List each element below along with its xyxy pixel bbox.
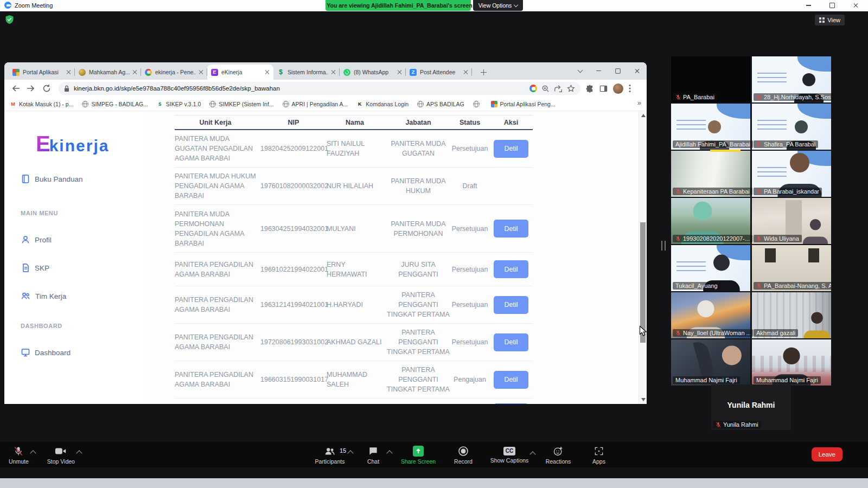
tab-close-icon[interactable] — [133, 70, 137, 74]
browser-close-button[interactable] — [635, 68, 640, 74]
apps-button[interactable]: Apps — [583, 445, 615, 465]
browser-menu-icon[interactable] — [629, 84, 631, 93]
chevron-up-icon[interactable] — [30, 450, 36, 456]
detil-button[interactable]: Detil — [494, 296, 528, 314]
browser-tab[interactable]: (8) WhatsApp — [340, 65, 406, 80]
tab-close-icon[interactable] — [398, 70, 402, 74]
chevron-up-icon[interactable] — [347, 450, 353, 456]
new-tab-button[interactable] — [476, 65, 490, 79]
show-captions-button[interactable]: CC Show Captions — [485, 446, 534, 464]
record-button[interactable]: Record — [446, 445, 481, 465]
detil-button[interactable]: Detil — [494, 220, 528, 237]
participant-tile[interactable]: PA_Barabai — [671, 56, 750, 102]
tab-close-icon[interactable] — [464, 70, 468, 74]
forward-button[interactable] — [27, 84, 36, 93]
page-scrollbar[interactable] — [639, 111, 647, 404]
bookmark-item[interactable]: SIMPEG - BADILAG... — [82, 101, 148, 107]
browser-tab[interactable]: E eKinerja — [207, 65, 273, 80]
reactions-button[interactable]: Reactions — [538, 445, 578, 465]
address-bar[interactable]: kinerja.bkn.go.id/skp/e5e978aa788c40ef95… — [59, 82, 580, 95]
bookmark-item[interactable]: SIMKEP (Sistem Inf... — [209, 101, 273, 107]
tab-close-icon[interactable] — [67, 70, 71, 74]
bookmark-item[interactable]: $ SIKEP v.3.1.0 — [157, 101, 201, 107]
browser-minimize-button[interactable] — [596, 70, 601, 71]
leave-button[interactable]: Leave — [812, 447, 843, 461]
unmute-button[interactable]: Unmute — [3, 445, 34, 465]
browser-tab[interactable]: Z Post Attendee — [406, 65, 472, 80]
participant-tile[interactable]: Yunila Rahmi Yunila Rahmi — [711, 384, 791, 430]
share-screen-button[interactable]: Share Screen — [395, 445, 442, 465]
muted-mic-icon — [756, 94, 762, 100]
participant-tile[interactable]: PA_Barabai-Nanang, S. Ag — [752, 245, 831, 291]
bookmark-item[interactable] — [473, 101, 482, 107]
browser-restore-button[interactable] — [615, 68, 621, 74]
scroll-up-icon[interactable] — [641, 114, 646, 117]
extensions-icon[interactable] — [586, 85, 594, 93]
participant-name: Kepaniteraan PA Barabai — [683, 188, 750, 195]
security-shield-icon[interactable] — [5, 15, 14, 24]
table-row: PANITERA PENGADILAN AGAMA BARABAI Detil — [175, 399, 533, 404]
bookmark-label: APS BADILAG — [426, 101, 464, 107]
zoom-page-icon[interactable] — [541, 85, 550, 93]
sidebar-item-skp[interactable]: SKP — [21, 263, 49, 273]
chevron-up-icon[interactable] — [386, 450, 392, 456]
share-page-icon[interactable] — [554, 85, 563, 93]
detil-button[interactable]: Detil — [494, 260, 528, 278]
sidebar-item-buku-panduan[interactable]: Buku Panduan — [21, 174, 83, 184]
stop-video-button[interactable]: Stop Video — [42, 445, 80, 465]
participant-tile[interactable]: Muhammad Najmi Fajri — [671, 339, 750, 386]
chevron-up-icon[interactable] — [76, 450, 82, 456]
bookmark-item[interactable]: APRI | Pengadilan A... — [283, 101, 348, 107]
participant-tile[interactable]: Kepaniteraan PA Barabai — [671, 151, 750, 197]
detil-button[interactable]: Detil — [494, 140, 528, 158]
participant-tile[interactable]: Wida Uliyana — [752, 198, 831, 244]
google-account-icon[interactable] — [529, 85, 537, 92]
browser-tab[interactable]: ekinerja - Pene... — [141, 65, 207, 80]
view-options-button[interactable]: View Options — [473, 0, 523, 11]
bookmark-item[interactable]: M Kotak Masuk (1) - p... — [10, 101, 73, 107]
browser-tab[interactable]: $ Sistem Informa... — [273, 65, 340, 80]
scroll-down-icon[interactable] — [641, 398, 646, 401]
tab-close-icon[interactable] — [331, 70, 336, 74]
tab-search-chevron-icon[interactable] — [578, 68, 583, 73]
participant-tile[interactable]: Nay_Iloel (UltraWoman ... — [671, 292, 750, 338]
chevron-up-icon[interactable] — [529, 451, 535, 457]
browser-tab[interactable]: Portal Aplikasi — [9, 65, 75, 80]
side-panel-icon[interactable] — [599, 85, 608, 93]
sidebar-item-tim-kerja[interactable]: Tim Kerja — [21, 291, 66, 301]
bookmark-item[interactable]: K Komdanas Login — [356, 101, 409, 107]
chat-button[interactable]: Chat — [356, 445, 391, 465]
participant-tile[interactable]: PA Barabai_iskandar — [752, 151, 831, 197]
view-layout-button[interactable]: View — [815, 15, 845, 25]
participant-name: Shafira_PA Barabai — [764, 141, 815, 147]
bookmarks-overflow-icon[interactable]: » — [637, 99, 641, 107]
participant-tile[interactable]: Tukacil_Ayuang — [671, 245, 750, 291]
scrollbar-thumb[interactable] — [640, 222, 646, 343]
participants-button[interactable]: Participants 15 — [308, 445, 352, 465]
participant-tile[interactable]: 199302082020122007-... — [671, 198, 750, 244]
bookmark-star-icon[interactable] — [567, 85, 575, 93]
participant-tile[interactable]: 28_Hj.Norhidayah, S.Sos — [752, 56, 831, 102]
participant-tile[interactable]: Shafira_PA Barabai — [752, 104, 831, 150]
browser-tab[interactable]: Mahkamah Ag... — [75, 65, 141, 80]
panel-resize-handle[interactable] — [661, 241, 666, 251]
sidebar-item-dashboard[interactable]: Dashboard — [21, 348, 71, 357]
participant-name-label: Wida Uliyana — [754, 235, 802, 242]
detil-button[interactable]: Detil — [494, 403, 528, 404]
restore-button[interactable] — [820, 0, 844, 11]
bookmark-item[interactable]: APS BADILAG — [417, 101, 464, 107]
back-button[interactable] — [11, 84, 20, 93]
participant-tile[interactable]: Ajidillah Fahimi_PA_Barabai — [671, 104, 750, 150]
bookmark-item[interactable]: Portal Aplikasi Peng... — [491, 101, 556, 107]
sidebar-item-profil[interactable]: Profil — [21, 235, 52, 245]
minimize-button[interactable] — [796, 0, 820, 11]
browser-profile-avatar[interactable] — [613, 84, 623, 94]
tab-close-icon[interactable] — [199, 70, 203, 74]
participant-tile[interactable]: Akhmad gazali — [752, 292, 831, 338]
close-button[interactable] — [844, 0, 868, 11]
tab-close-icon[interactable] — [265, 70, 270, 74]
reload-button[interactable] — [42, 84, 51, 93]
participant-tile[interactable]: Muhammad Najmi Fajri — [752, 339, 831, 386]
detil-button[interactable]: Detil — [494, 371, 528, 389]
detil-button[interactable]: Detil — [494, 333, 528, 351]
